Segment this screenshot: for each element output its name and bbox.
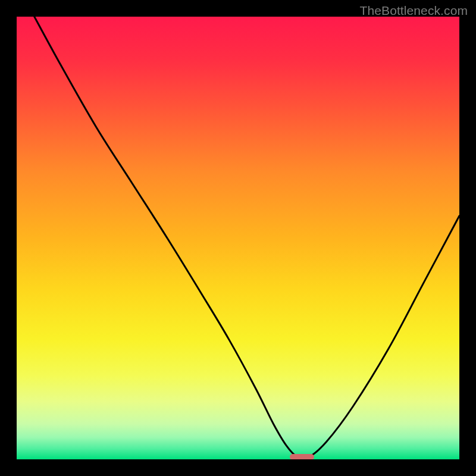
gradient-background [17,17,459,459]
chart-frame: TheBottleneck.com [0,0,476,476]
optimal-range-marker [290,454,314,459]
plot-area [17,17,459,459]
watermark-label: TheBottleneck.com [360,4,468,18]
svg-rect-0 [17,17,459,459]
